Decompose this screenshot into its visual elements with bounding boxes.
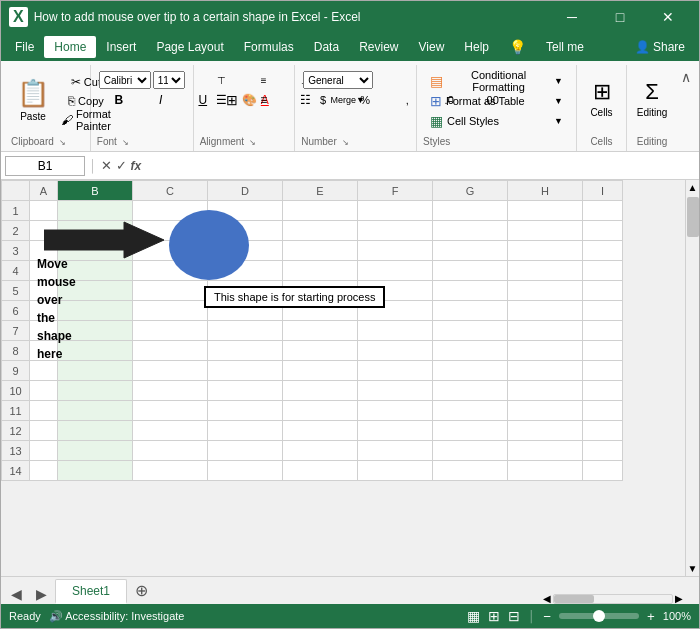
menu-lightbulb-icon[interactable]: 💡 [499, 35, 536, 59]
bold-button[interactable]: B [99, 91, 139, 109]
font-size-select[interactable]: 11 [153, 71, 185, 89]
cell-B1[interactable] [58, 201, 133, 221]
scroll-right-button[interactable]: ▶ [675, 593, 683, 604]
cell-A12[interactable] [30, 421, 58, 441]
cell-F9[interactable] [358, 361, 433, 381]
zoom-slider-thumb[interactable] [593, 610, 605, 622]
menu-insert[interactable]: Insert [96, 36, 146, 58]
close-button[interactable]: ✕ [645, 1, 691, 33]
cell-F5[interactable] [358, 281, 433, 301]
cell-H2[interactable] [508, 221, 583, 241]
align-left-button[interactable]: ☰ [202, 91, 242, 109]
number-format-select[interactable]: General [303, 71, 373, 89]
col-header-c[interactable]: C [133, 181, 208, 201]
font-family-select[interactable]: Calibri [99, 71, 151, 89]
cell-E11[interactable] [283, 401, 358, 421]
col-header-d[interactable]: D [208, 181, 283, 201]
cell-A7[interactable] [30, 321, 58, 341]
number-expand-icon[interactable]: ↘ [342, 138, 349, 147]
cancel-formula-icon[interactable]: ✕ [101, 158, 112, 173]
cell-A6[interactable] [30, 301, 58, 321]
formula-input[interactable] [145, 157, 695, 175]
grid-scroll[interactable]: A B C D E F G H I 1234567891011121314 [1, 180, 685, 576]
cell-D6[interactable] [208, 301, 283, 321]
scroll-tabs-right-button[interactable]: ▶ [30, 584, 53, 604]
clipboard-expand-icon[interactable]: ↘ [59, 138, 66, 147]
cell-E6[interactable] [283, 301, 358, 321]
cell-A10[interactable] [30, 381, 58, 401]
scroll-left-button[interactable]: ◀ [543, 593, 551, 604]
cell-I1[interactable] [583, 201, 623, 221]
cell-C5[interactable] [133, 281, 208, 301]
cell-G12[interactable] [433, 421, 508, 441]
cell-D14[interactable] [208, 461, 283, 481]
cell-H7[interactable] [508, 321, 583, 341]
cell-B14[interactable] [58, 461, 133, 481]
cell-D3[interactable] [208, 241, 283, 261]
cell-G2[interactable] [433, 221, 508, 241]
cell-F14[interactable] [358, 461, 433, 481]
cell-E12[interactable] [283, 421, 358, 441]
cell-G7[interactable] [433, 321, 508, 341]
page-layout-view-button[interactable]: ⊞ [488, 608, 500, 624]
cell-G8[interactable] [433, 341, 508, 361]
minimize-button[interactable]: ─ [549, 1, 595, 33]
cell-I13[interactable] [583, 441, 623, 461]
conditional-formatting-button[interactable]: ▤ Conditional Formatting ▼ [425, 71, 568, 91]
cell-B11[interactable] [58, 401, 133, 421]
cell-B5[interactable] [58, 281, 133, 301]
cell-F1[interactable] [358, 201, 433, 221]
italic-button[interactable]: I [141, 91, 181, 109]
zoom-out-button[interactable]: − [543, 609, 551, 624]
cell-D5[interactable] [208, 281, 283, 301]
col-header-e[interactable]: E [283, 181, 358, 201]
cell-F6[interactable] [358, 301, 433, 321]
page-break-view-button[interactable]: ⊟ [508, 608, 520, 624]
cell-B12[interactable] [58, 421, 133, 441]
col-header-a[interactable]: A [30, 181, 58, 201]
cell-I9[interactable] [583, 361, 623, 381]
alignment-expand-icon[interactable]: ↘ [249, 138, 256, 147]
cell-C6[interactable] [133, 301, 208, 321]
cell-F13[interactable] [358, 441, 433, 461]
h-scrollbar[interactable] [553, 594, 673, 604]
cell-D9[interactable] [208, 361, 283, 381]
menu-tell-me[interactable]: Tell me [536, 36, 594, 58]
cell-I14[interactable] [583, 461, 623, 481]
menu-review[interactable]: Review [349, 36, 408, 58]
cell-E4[interactable] [283, 261, 358, 281]
cell-G5[interactable] [433, 281, 508, 301]
cell-C4[interactable] [133, 261, 208, 281]
col-header-f[interactable]: F [358, 181, 433, 201]
v-scrollbar[interactable]: ▲ ▼ [685, 180, 699, 576]
cell-H11[interactable] [508, 401, 583, 421]
cell-B8[interactable] [58, 341, 133, 361]
cell-I4[interactable] [583, 261, 623, 281]
cell-A4[interactable] [30, 261, 58, 281]
align-center-button[interactable]: ≡ [244, 91, 284, 109]
cell-A13[interactable] [30, 441, 58, 461]
normal-view-button[interactable]: ▦ [467, 608, 480, 624]
cell-G6[interactable] [433, 301, 508, 321]
cell-G4[interactable] [433, 261, 508, 281]
cell-F10[interactable] [358, 381, 433, 401]
cell-G3[interactable] [433, 241, 508, 261]
cell-H6[interactable] [508, 301, 583, 321]
cell-E7[interactable] [283, 321, 358, 341]
cell-H12[interactable] [508, 421, 583, 441]
cell-C10[interactable] [133, 381, 208, 401]
sheet-tab-sheet1[interactable]: Sheet1 [55, 579, 127, 604]
cell-F7[interactable] [358, 321, 433, 341]
cell-I8[interactable] [583, 341, 623, 361]
cell-I11[interactable] [583, 401, 623, 421]
cell-F12[interactable] [358, 421, 433, 441]
menu-formulas[interactable]: Formulas [234, 36, 304, 58]
cell-D7[interactable] [208, 321, 283, 341]
menu-home[interactable]: Home [44, 36, 96, 58]
col-header-g[interactable]: G [433, 181, 508, 201]
col-header-i[interactable]: I [583, 181, 623, 201]
cell-G9[interactable] [433, 361, 508, 381]
name-box[interactable] [5, 156, 85, 176]
arrow-shape[interactable] [44, 220, 164, 260]
cell-A14[interactable] [30, 461, 58, 481]
